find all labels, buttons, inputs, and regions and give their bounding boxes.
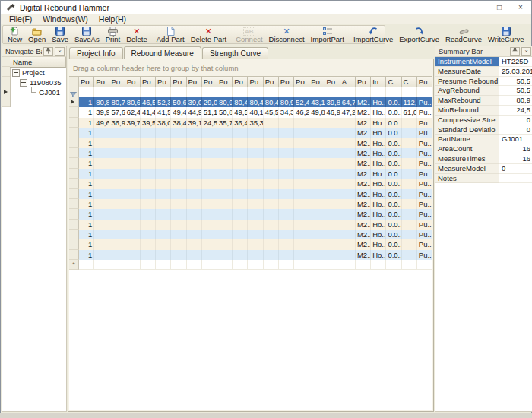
summary-field-name[interactable]: Standard Deviatio xyxy=(435,125,499,135)
summary-field-name[interactable]: MeasureTimes xyxy=(435,154,499,164)
summary-field-row[interactable]: Compressive Stre0 xyxy=(435,116,532,125)
grid-cell[interactable]: 1 xyxy=(79,189,94,199)
summary-field-value[interactable]: 0 xyxy=(499,125,532,135)
grid-cell[interactable] xyxy=(171,239,186,249)
grid-cell[interactable] xyxy=(156,250,171,260)
grid-cell[interactable] xyxy=(402,158,417,168)
grid-cell[interactable] xyxy=(264,169,279,179)
grid-cell[interactable] xyxy=(233,209,248,219)
summary-field-value[interactable]: 24,5 xyxy=(499,106,532,116)
column-header[interactable]: Po... xyxy=(325,77,340,87)
grid-cell[interactable]: Ho... xyxy=(371,107,386,117)
grid-cell[interactable] xyxy=(94,250,109,260)
grid-cell[interactable]: 64,7 xyxy=(340,97,356,107)
grid-cell[interactable]: Ho... xyxy=(371,230,386,239)
grid-cell[interactable] xyxy=(248,199,263,209)
filter-cell[interactable] xyxy=(125,87,141,97)
grid-cell[interactable] xyxy=(264,250,279,260)
summary-field-row[interactable]: MeasureModel0 xyxy=(435,164,532,174)
grid-cell[interactable] xyxy=(402,239,417,249)
grid-cell[interactable] xyxy=(309,128,325,138)
grid-cell[interactable]: Ho... xyxy=(371,148,386,158)
toolbar-button-add-part[interactable]: Add Part xyxy=(154,26,188,43)
column-header[interactable]: C... xyxy=(402,77,417,87)
grid-cell[interactable] xyxy=(94,239,109,249)
grid-cell[interactable] xyxy=(217,138,233,148)
grid-cell[interactable]: Pu... xyxy=(417,128,432,138)
column-header[interactable]: Po... xyxy=(233,77,248,87)
grid-row[interactable]: 1M2...Ho...0.0...Pu... xyxy=(69,128,432,138)
grid-cell[interactable]: M2... xyxy=(356,179,371,188)
summary-field-name[interactable]: Notes xyxy=(435,174,499,184)
grid-cell[interactable] xyxy=(294,220,309,230)
grid-cell[interactable] xyxy=(402,118,417,128)
filter-cell[interactable] xyxy=(79,87,94,97)
grid-cell[interactable]: 46,5 xyxy=(141,97,156,107)
grid-cell[interactable] xyxy=(233,230,248,239)
toolbar-button-exportcurve[interactable]: ExportCurve xyxy=(396,26,442,43)
grid-cell[interactable]: 80,7 xyxy=(109,97,125,107)
grid-cell[interactable]: 0.0... xyxy=(386,220,401,230)
grid-cell[interactable] xyxy=(217,179,233,188)
grid-cell[interactable] xyxy=(386,260,401,270)
maximize-button[interactable]: □ xyxy=(489,1,510,14)
grid-cell[interactable]: 46,2 xyxy=(294,107,309,117)
column-header[interactable]: Po... xyxy=(202,77,217,87)
grid-cell[interactable] xyxy=(340,158,356,168)
summary-field-name[interactable]: MeasureDate xyxy=(435,67,499,77)
filter-cell[interactable] xyxy=(371,87,386,97)
grid-cell[interactable]: 80,4 xyxy=(233,97,248,107)
grid-cell[interactable] xyxy=(156,199,171,209)
grid-cell[interactable] xyxy=(156,209,171,219)
close-button[interactable]: × xyxy=(510,1,531,14)
grid-cell[interactable] xyxy=(340,239,356,249)
toolbar-button-readcurve[interactable]: ReadCurve xyxy=(442,26,485,43)
summary-field-name[interactable]: MinRebound xyxy=(435,106,499,116)
grid-cell[interactable]: Ho... xyxy=(371,239,386,249)
grid-cell[interactable] xyxy=(141,209,156,219)
summary-field-value[interactable]: 50,5 xyxy=(499,77,532,87)
grid-cell[interactable] xyxy=(187,260,202,270)
grid-cell[interactable] xyxy=(402,230,417,239)
grid-cell[interactable] xyxy=(264,118,279,128)
grid-cell[interactable] xyxy=(202,148,217,158)
column-header[interactable]: Po... xyxy=(156,77,171,87)
grid-cell[interactable]: 0.0... xyxy=(386,97,401,107)
grid-cell[interactable] xyxy=(171,169,186,179)
filter-cell[interactable] xyxy=(325,87,340,97)
filter-cell[interactable] xyxy=(187,87,202,97)
grid-cell[interactable] xyxy=(141,199,156,209)
filter-cell[interactable] xyxy=(309,87,325,97)
filter-cell[interactable] xyxy=(202,87,217,97)
tab-rebound-measure[interactable]: Rebound Measure xyxy=(124,46,201,59)
grid-cell[interactable] xyxy=(171,179,186,188)
grid-cell[interactable] xyxy=(325,158,340,168)
grid-cell[interactable]: M2... xyxy=(356,209,371,219)
grid-cell[interactable] xyxy=(294,118,309,128)
grid-cell[interactable]: 39,7 xyxy=(125,118,141,128)
grid-cell[interactable] xyxy=(294,148,309,158)
grid-cell[interactable] xyxy=(248,220,263,230)
summary-field-row[interactable]: InstrumentModelHT225D xyxy=(435,57,532,67)
grid-cell[interactable] xyxy=(356,260,371,270)
grid-cell[interactable] xyxy=(417,260,432,270)
grid-cell[interactable] xyxy=(156,220,171,230)
grid-cell[interactable] xyxy=(248,169,263,179)
grid-cell[interactable] xyxy=(402,179,417,188)
grid-cell[interactable] xyxy=(109,209,125,219)
grid-cell[interactable] xyxy=(94,158,109,168)
grid-row[interactable]: 1M2...Ho...0.0...Pu... xyxy=(69,239,432,249)
grid-cell[interactable]: 29,0 xyxy=(202,97,217,107)
grid-cell[interactable]: M2... xyxy=(356,138,371,148)
grid-cell[interactable]: 80,8 xyxy=(94,97,109,107)
grid-cell[interactable]: M2... xyxy=(356,107,371,117)
column-header[interactable]: Po... xyxy=(264,77,279,87)
summary-field-value[interactable]: GJ001 xyxy=(499,135,532,144)
grid-cell[interactable]: Ho... xyxy=(371,220,386,230)
grid-cell[interactable]: 49,4 xyxy=(171,107,186,117)
grid-cell[interactable] xyxy=(125,138,141,148)
grid-cell[interactable] xyxy=(109,260,125,270)
grid-cell[interactable] xyxy=(125,220,141,230)
grid-cell[interactable]: 0.0... xyxy=(386,107,401,117)
grid-row[interactable]: 1M2...Ho...0.0...Pu... xyxy=(69,250,432,260)
